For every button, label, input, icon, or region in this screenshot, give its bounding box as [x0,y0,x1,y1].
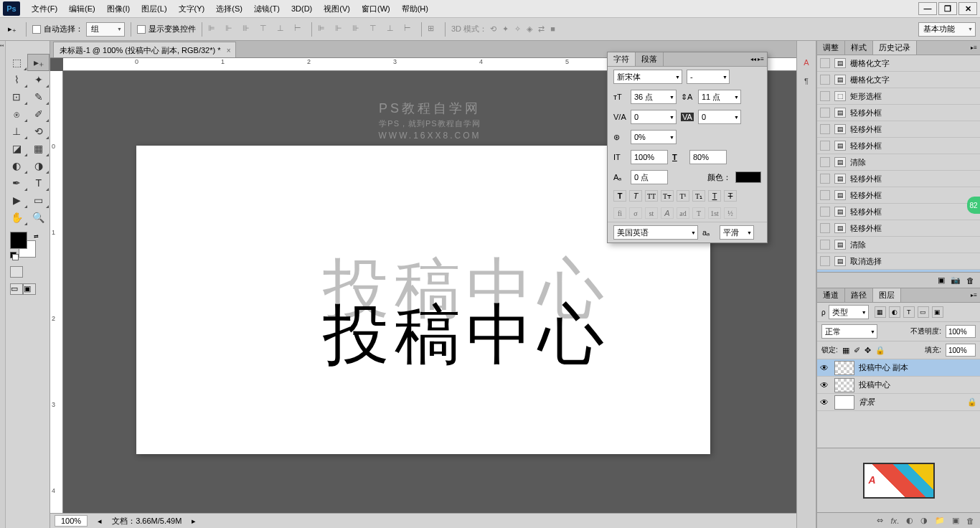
antialias-dropdown[interactable]: 平滑 [720,225,754,240]
history-item[interactable]: ▤轻移外框 [817,220,980,237]
gradient-tool[interactable]: ▦ [28,140,50,157]
path-select-tool[interactable]: ▶ [6,192,28,209]
eyedropper-tool[interactable]: ✎ [28,88,50,105]
allcaps-button[interactable]: TT [645,190,658,202]
menu-layer[interactable]: 图层(L) [136,1,172,16]
zoom-tool[interactable]: 🔍 [28,209,50,226]
workspace-dropdown[interactable]: 基本功能 [918,22,976,37]
filter-shape-icon[interactable]: ▭ [918,306,929,318]
subscript-button[interactable]: T₁ [692,190,705,202]
layer-filter-dropdown[interactable]: 类型 [829,305,869,319]
active-tool-icon[interactable]: ▸₊ [4,22,20,37]
group-icon[interactable]: 📁 [935,516,945,525]
half-button[interactable]: ½ [724,207,737,219]
history-item[interactable]: ▤轻移外框 [817,105,980,121]
history-item[interactable]: ▤轻移外框 [817,121,980,138]
history-item[interactable]: ▤轻移外框 [817,187,980,204]
layer-mask-icon[interactable]: ◐ [906,516,913,525]
show-transform-checkbox[interactable] [137,25,146,34]
font-size-input[interactable]: 36 点 [631,90,677,104]
paragraph-panel-icon[interactable]: ¶ [798,72,815,90]
blend-mode-dropdown[interactable]: 正常 [821,324,877,339]
superscript-button[interactable]: T¹ [677,190,689,202]
pen-tool[interactable]: ✒ [6,174,28,192]
menu-edit[interactable]: 编辑(E) [63,1,101,16]
visibility-icon[interactable]: 👁 [820,380,830,390]
filter-type-icon[interactable]: T [903,306,915,318]
history-item[interactable]: ▤清除 [817,237,980,253]
history-item[interactable]: ▤取消选择 [817,253,980,270]
menu-type[interactable]: 文字(Y) [173,1,211,16]
baseline-input[interactable] [631,170,668,184]
layer-item[interactable]: 👁 投稿中心 [817,377,980,394]
history-item[interactable]: ▤栅格化文字 [817,72,980,88]
layer-item[interactable]: 👁 背景 🔒 [817,394,980,411]
new-layer-icon[interactable]: ▣ [952,516,959,525]
underline-button[interactable]: T [708,190,721,202]
hand-tool[interactable]: ✋ [6,209,28,226]
shape-tool[interactable]: ▭ [28,192,50,209]
font-family-dropdown[interactable]: 新宋体 [613,70,682,84]
lock-all-icon[interactable]: 🔒 [875,346,885,355]
visibility-icon[interactable]: 👁 [820,363,830,373]
snapshot-icon[interactable]: ▣ [938,275,945,285]
screen-mode[interactable]: ▭ [10,283,23,295]
hscale-input[interactable] [631,150,668,164]
auto-select-dropdown[interactable]: 组 [86,22,125,37]
history-item[interactable]: ▤清除 [817,154,980,171]
close-button[interactable]: ✕ [958,2,977,15]
menu-3d[interactable]: 3D(D) [286,2,318,15]
link-layers-icon[interactable]: ⇔ [877,516,883,525]
layer-thumbnail[interactable] [834,361,854,375]
history-item[interactable]: ▤轻移外框 [817,204,980,220]
history-item[interactable]: ⬚矩形选框 [817,88,980,105]
visibility-icon[interactable]: 👁 [820,397,830,407]
panel-menu-icon[interactable]: ▸≡ [968,41,980,55]
layers-list[interactable]: 👁 投稿中心 副本 👁 投稿中心 👁 背景 🔒 [817,359,980,448]
navigator-thumbnail[interactable] [817,448,980,512]
restore-button[interactable]: ❐ [938,2,957,15]
layer-fx-icon[interactable]: fx. [890,517,899,525]
vertical-ruler[interactable]: 0 1 2 3 4 [50,71,63,513]
menu-filter[interactable]: 滤镜(T) [248,1,286,16]
menu-help[interactable]: 帮助(H) [396,1,434,16]
menu-view[interactable]: 视图(V) [318,1,356,16]
dodge-tool[interactable]: ◑ [28,157,50,174]
layer-item[interactable]: 👁 投稿中心 副本 [817,359,980,377]
tab-character[interactable]: 字符 [608,52,636,66]
fill-input[interactable] [946,344,976,357]
layer-thumbnail[interactable] [834,395,854,410]
vscale-input[interactable] [689,150,727,164]
history-item[interactable]: ▤轻移外框 [817,171,980,187]
wand-tool[interactable]: ✦ [28,71,50,88]
tracking-input[interactable]: 0 [698,110,741,124]
document-tab[interactable]: 未标题-1 @ 100% (投稿中心 副本, RGB/32*) * × [53,42,236,57]
tab-channels[interactable]: 通道 [817,288,845,302]
heal-tool[interactable]: ⍟ [6,105,28,123]
tab-history[interactable]: 历史记录 [873,41,917,55]
doc-info[interactable]: 文档：3.66M/5.49M [112,516,182,527]
lock-pixels-icon[interactable]: ✐ [854,346,860,355]
panel-menu-icon[interactable]: ▸≡ [968,288,980,302]
oldstyle-button[interactable]: σ [629,207,642,219]
scale-input[interactable]: 0% [631,130,677,144]
type-tool[interactable]: T [28,174,50,192]
swash-button[interactable]: A [661,207,674,219]
standard-mode[interactable] [10,266,23,278]
marquee-tool[interactable]: ⬚ [6,54,27,71]
history-item[interactable]: ▤轻移外框 [817,138,980,154]
stylistic-button[interactable]: st [645,207,658,219]
color-swatches[interactable]: ⇄ [10,232,39,260]
menu-select[interactable]: 选择(S) [210,1,248,16]
foreground-color[interactable] [10,232,27,249]
delete-layer-icon[interactable]: 🗑 [966,517,974,525]
smallcaps-button[interactable]: Tᴛ [661,190,674,202]
fractions-button[interactable]: 1st [708,207,721,219]
default-colors-icon[interactable] [10,252,19,260]
layer-thumbnail[interactable] [834,378,854,392]
type-panel-icon[interactable]: A [798,54,815,71]
filter-adjust-icon[interactable]: ◐ [889,306,900,318]
adjustment-layer-icon[interactable]: ◑ [920,516,928,525]
zoom-field[interactable]: 100% [55,515,88,527]
auto-select-checkbox[interactable] [32,25,41,34]
